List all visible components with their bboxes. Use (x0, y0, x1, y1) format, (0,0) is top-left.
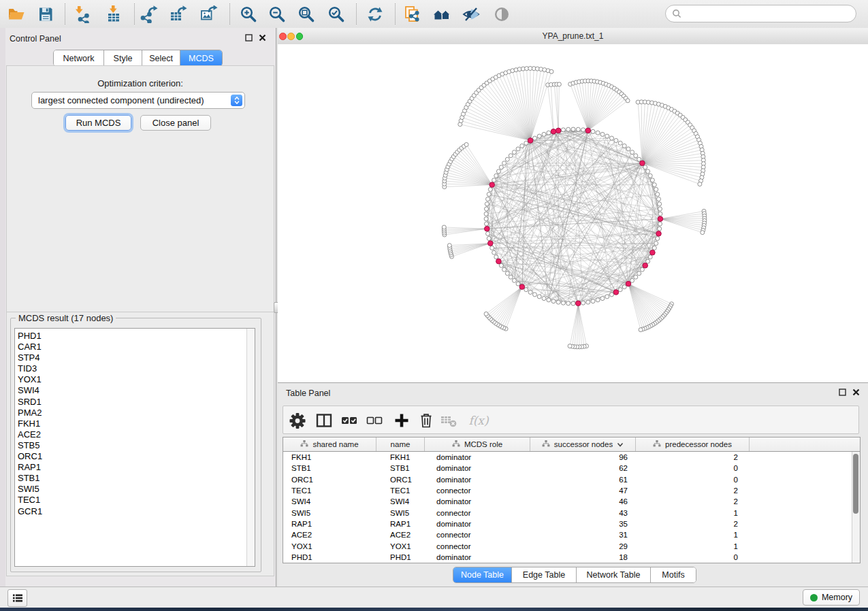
column-header-predecessor-nodes[interactable]: predecessor nodes (636, 437, 750, 451)
column-header-successor-nodes[interactable]: successor nodes (530, 437, 636, 451)
mcds-result-item[interactable]: SWI4 (18, 385, 255, 396)
mcds-result-item[interactable]: ORC1 (18, 451, 255, 462)
unselect-all-columns-icon[interactable] (365, 411, 384, 430)
table-row[interactable]: FKH1FKH1dominator962 (283, 452, 860, 463)
mcds-result-item[interactable]: SRD1 (18, 397, 255, 408)
network-column-icon (300, 440, 308, 448)
control-panel-tabs: NetworkStyleSelectMCDS (53, 50, 223, 67)
float-panel-icon[interactable] (839, 389, 846, 396)
tab-motifs[interactable]: Motifs (651, 567, 696, 582)
mcds-result-item[interactable]: STB1 (18, 473, 255, 484)
table-panel-title: Table Panel (286, 389, 330, 398)
mcds-result-item[interactable]: ACE2 (18, 429, 255, 440)
mcds-result-item[interactable]: TID3 (18, 363, 255, 374)
network-view-titlebar[interactable]: YPA_prune.txt_1 (278, 28, 868, 45)
import-table-icon[interactable] (104, 5, 123, 24)
table-row[interactable]: SWI4SWI4dominator462 (283, 496, 860, 507)
column-header-MCDS-role[interactable]: MCDS role (425, 437, 530, 451)
table-row[interactable]: YOX1YOX1connector291 (283, 540, 860, 551)
run-mcds-button[interactable]: Run MCDS (65, 115, 131, 131)
function-builder-icon[interactable]: f(x) (465, 411, 492, 430)
close-panel-icon[interactable] (259, 34, 266, 42)
main-toolbar (0, 0, 868, 29)
mcds-result-list[interactable]: PHD1CAR1STP4TID3YOX1SWI4SRD1PMA2FKH1ACE2… (14, 328, 255, 567)
criterion-dropdown[interactable]: largest connected component (undirected) (31, 92, 245, 109)
delete-table-icon[interactable] (439, 411, 458, 430)
mcds-result-item[interactable]: FKH1 (18, 418, 255, 429)
toolbar-separator (134, 3, 135, 24)
save-session-icon[interactable] (36, 5, 55, 24)
toolbar-separator (395, 3, 396, 24)
mcds-result-item[interactable]: CAR1 (18, 342, 255, 352)
mcds-list-scrollbar[interactable] (246, 329, 255, 566)
column-header-shared-name[interactable]: shared name (283, 437, 376, 451)
network-column-icon (542, 440, 550, 448)
open-file-icon[interactable] (7, 5, 26, 24)
close-panel-icon[interactable] (852, 389, 860, 396)
table-row[interactable]: ACE2ACE2connector311 (283, 529, 860, 540)
table-panel: Table Panel f(x) shared namenameMCDS rol… (278, 382, 868, 587)
mcds-result-item[interactable]: SWI5 (18, 484, 255, 495)
mcds-result-item[interactable]: TEC1 (18, 495, 255, 506)
memory-label: Memory (822, 593, 852, 602)
table-row[interactable]: STB1STB1dominator620 (283, 463, 860, 474)
import-network-icon[interactable] (74, 5, 93, 24)
memory-button[interactable]: Memory (803, 589, 860, 606)
search-input[interactable] (665, 5, 856, 22)
network-canvas[interactable] (278, 44, 868, 382)
refresh-icon[interactable] (366, 5, 385, 24)
zoom-selected-icon[interactable] (327, 5, 346, 24)
mcds-result-item[interactable]: RAP1 (18, 462, 255, 473)
column-header-name[interactable]: name (376, 437, 425, 451)
tab-node-table[interactable]: Node Table (453, 567, 512, 582)
close-panel-button[interactable]: Close panel (140, 115, 211, 131)
mcds-result-item[interactable]: GCR1 (18, 506, 255, 517)
tab-network[interactable]: Network (54, 50, 104, 66)
show-all-icon[interactable] (492, 5, 511, 24)
table-row[interactable]: RAP1RAP1dominator352 (283, 518, 860, 529)
mcds-result-fieldset: MCDS result (17 nodes) PHD1CAR1STP4TID3Y… (10, 318, 261, 572)
first-neighbors-icon[interactable] (432, 5, 451, 24)
add-column-icon[interactable] (392, 411, 411, 430)
zoom-out-icon[interactable] (268, 5, 287, 24)
split-columns-icon[interactable] (315, 411, 334, 430)
export-image-icon[interactable] (199, 5, 219, 24)
select-all-columns-icon[interactable] (340, 411, 359, 430)
table-row[interactable]: ORC1ORC1dominator610 (283, 474, 860, 485)
mcds-result-section: MCDS result (17 nodes) PHD1CAR1STP4TID3Y… (6, 312, 274, 576)
table-row[interactable]: PHD1PHD1dominator180 (283, 552, 860, 563)
zoom-fit-icon[interactable] (297, 5, 316, 24)
mcds-result-item[interactable]: PMA2 (18, 408, 255, 418)
app-window: Control Panel NetworkStyleSelectMCDS Opt… (0, 0, 868, 607)
network-column-icon (452, 440, 460, 448)
float-panel-icon[interactable] (245, 34, 253, 42)
table-scrollbar[interactable] (852, 452, 860, 563)
mcds-result-title: MCDS result (17 nodes) (16, 313, 116, 323)
export-table-icon[interactable] (169, 5, 188, 24)
mcds-result-item[interactable]: STP4 (18, 352, 255, 363)
search-icon (672, 9, 681, 18)
table-panel-tabs: Node TableEdge TableNetwork TableMotifs (453, 567, 696, 583)
mcds-result-item[interactable]: STB5 (18, 440, 255, 451)
tab-select[interactable]: Select (142, 50, 180, 66)
table-scrollbar-thumb[interactable] (853, 454, 858, 514)
task-list-icon (12, 593, 23, 603)
task-history-button[interactable] (7, 589, 27, 607)
tab-network-table[interactable]: Network Table (577, 567, 651, 582)
mcds-result-item[interactable]: YOX1 (18, 374, 255, 385)
table-body: FKH1FKH1dominator962STB1STB1dominator620… (283, 452, 860, 563)
tab-mcds[interactable]: MCDS (180, 50, 222, 66)
export-network-icon[interactable] (140, 5, 159, 24)
tab-style[interactable]: Style (104, 50, 142, 66)
table-row[interactable]: TEC1TEC1connector472 (283, 485, 860, 496)
delete-column-icon[interactable] (417, 411, 436, 430)
mcds-tab-content: Optimization criterion: largest connecte… (6, 65, 274, 312)
hide-selected-icon[interactable] (462, 5, 481, 24)
mcds-result-item[interactable]: PHD1 (18, 331, 255, 342)
tab-edge-table[interactable]: Edge Table (512, 567, 577, 582)
duplicate-network-icon[interactable] (403, 5, 422, 24)
table-row[interactable]: SWI5SWI5connector431 (283, 507, 860, 518)
gear-icon[interactable] (288, 411, 307, 430)
table-header-row: shared namenameMCDS rolesuccessor nodesp… (283, 437, 860, 452)
zoom-in-icon[interactable] (239, 5, 258, 24)
